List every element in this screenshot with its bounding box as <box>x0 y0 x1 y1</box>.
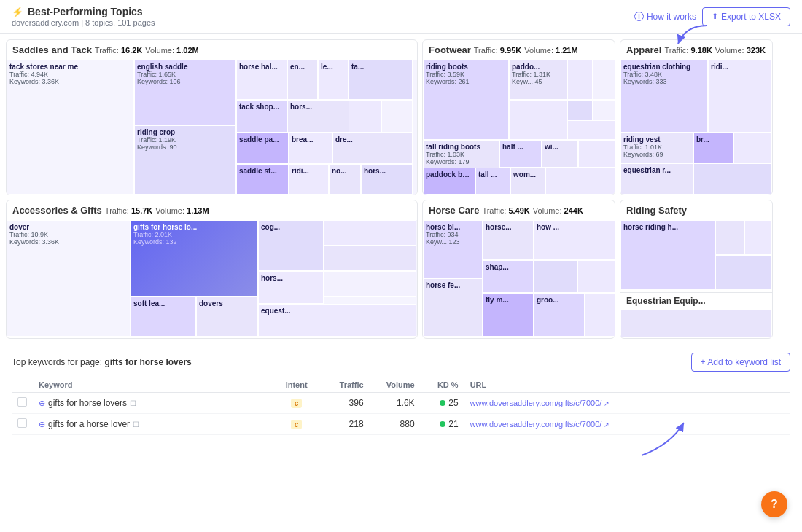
tm-cell-fly-m[interactable]: fly m... <box>483 293 534 337</box>
tm-cell-how[interactable]: how ... <box>534 220 615 260</box>
tm-cell-small2[interactable] <box>381 100 413 133</box>
tm-cell-acc-s1[interactable] <box>324 220 416 246</box>
tm-cell-acc-s2[interactable] <box>324 246 416 271</box>
tm-cell-paddock-boots[interactable]: paddock boots... <box>423 168 475 195</box>
tm-cell-fw-s3[interactable] <box>509 100 567 140</box>
intent-badge-row1: c <box>291 399 303 408</box>
tm-cell-riding-crop[interactable]: riding crop Traffic: 1.19K Keywords: 90 <box>134 125 236 195</box>
row2-url: www.doversaddlery.com/gifts/c/7000/ ↗ <box>464 414 790 435</box>
checkbox-row2[interactable] <box>17 418 27 428</box>
horsecare-name: Horse Care <box>429 205 479 216</box>
tm-cell-english-saddle[interactable]: english saddle Traffic: 1.65K Keywords: … <box>134 60 236 125</box>
tm-cell-gifts-horse-lovers[interactable]: gifts for horse lo... Traffic: 2.01K Key… <box>131 220 258 297</box>
tm-cell-shap[interactable]: shap... <box>483 260 534 293</box>
topic-card-accessories: Accessories & Gifts Traffic: 15.7K Volum… <box>6 200 418 339</box>
tm-cell-cog[interactable]: cog... <box>258 220 324 271</box>
bottom-panel-title: Top keywords for page: gifts for horse l… <box>12 357 192 367</box>
tm-cell-tack-stores[interactable]: tack stores near me Traffic: 4.94K Keywo… <box>7 60 134 195</box>
tm-cell-hors-acc2[interactable]: equest... <box>258 304 416 337</box>
tm-cell-brea[interactable]: brea... <box>289 133 332 164</box>
tm-cell-hors-acc[interactable]: hors... <box>258 271 324 304</box>
tm-cell-rs-s2[interactable] <box>744 220 772 255</box>
checkbox-row1[interactable] <box>17 397 27 407</box>
row1-keyword: ⊕ gifts for horse lovers ☐ <box>33 393 275 414</box>
tm-cell-br[interactable]: br... <box>693 133 733 163</box>
tm-cell-ap-s2[interactable] <box>693 163 772 195</box>
bottom-title-text: Top keywords for page: <box>12 357 102 367</box>
saddles-name: Saddles and Tack <box>12 44 92 55</box>
tm-cell-fw-s4[interactable] <box>567 100 593 120</box>
tm-cell-fw-s2[interactable] <box>593 60 615 100</box>
tm-cell-hors2[interactable]: hors... <box>361 164 413 195</box>
tm-cell-tack-shop[interactable]: tack shop... <box>236 100 287 133</box>
saddles-header: Saddles and Tack Traffic: 16.2K Volume: … <box>7 40 417 60</box>
tm-cell-hc-s1[interactable] <box>534 260 577 293</box>
tm-cell-horse-hal[interactable]: horse hal... <box>236 60 287 100</box>
tm-cell-equestrian-r2[interactable]: equestrian r... <box>620 163 693 195</box>
apparel-treemap: equestrian clothing Traffic: 3.48K Keywo… <box>620 60 772 195</box>
tm-cell-ridi-apparel[interactable]: ridi... <box>708 60 772 133</box>
tm-cell-ridi[interactable]: ridi... <box>289 164 329 195</box>
tm-cell-horse-top[interactable]: horse... <box>483 220 534 260</box>
tm-cell-dre[interactable]: dre... <box>332 133 413 164</box>
tm-cell-acc-s3[interactable] <box>324 271 416 297</box>
external-link-icon-row1: ↗ <box>604 400 610 407</box>
col-header-keyword: Keyword <box>33 378 275 393</box>
tm-cell-equestrian-clothing[interactable]: equestrian clothing Traffic: 3.48K Keywo… <box>620 60 708 133</box>
equestrian-equip-section: Equestrian Equip... <box>620 292 772 309</box>
plus-icon-row1: ⊕ <box>39 399 45 408</box>
tm-cell-horse-fe[interactable]: horse fe... <box>423 278 483 337</box>
tm-cell-hc-s2[interactable] <box>577 260 615 293</box>
info-icon: i <box>634 12 644 21</box>
tm-cell-no[interactable]: no... <box>329 164 361 195</box>
horsecare-treemap: horse bl... Traffic: 934 Keyw... 123 hor… <box>423 220 615 337</box>
tm-cell-small1[interactable] <box>349 100 381 133</box>
tm-cell-dover[interactable]: dover Traffic: 10.9K Keywords: 3.36K <box>7 220 131 337</box>
topic-card-footwear: Footwear Traffic: 9.95K Volume: 1.21M ri… <box>422 39 615 195</box>
tm-cell-tall[interactable]: tall ... <box>475 168 510 195</box>
tm-cell-paddock-top[interactable]: paddo... Traffic: 1.31K Keyw... 45 <box>509 60 567 100</box>
tm-cell-le[interactable]: le... <box>318 60 349 100</box>
tm-cell-riding-boots[interactable]: riding boots Traffic: 3.59K Keywords: 26… <box>423 60 509 140</box>
tm-cell-ap-s1[interactable] <box>733 133 772 163</box>
tm-cell-fw-s1[interactable] <box>567 60 593 100</box>
tm-cell-rs-s3[interactable] <box>715 255 772 289</box>
row2-intent: c <box>275 414 319 435</box>
row1-check[interactable] <box>12 393 33 414</box>
row2-traffic: 218 <box>319 414 370 435</box>
tm-cell-saddle-st[interactable]: saddle st... <box>236 164 289 195</box>
tm-cell-en[interactable]: en... <box>287 60 318 100</box>
tm-cell-horse-bl[interactable]: horse bl... Traffic: 934 Keyw... 123 <box>423 220 483 278</box>
tm-cell-ee-s1[interactable] <box>620 309 772 338</box>
tm-cell-ta[interactable]: ta... <box>349 60 413 100</box>
tm-cell-fw-s6[interactable] <box>567 120 615 140</box>
tm-cell-fw-s7[interactable] <box>578 140 615 168</box>
row2-keyword: ⊕ gifts for a horse lover ☐ <box>33 414 275 435</box>
accessories-header: Accessories & Gifts Traffic: 15.7K Volum… <box>7 200 417 220</box>
tm-cell-fw-s5[interactable] <box>593 100 615 120</box>
tm-cell-horse-riding-h[interactable]: horse riding h... <box>620 220 715 289</box>
export-button[interactable]: ⬆ Export to XLSX <box>702 7 790 26</box>
riding-safety-treemap: horse riding h... <box>620 220 772 289</box>
tm-cell-saddle-pa[interactable]: saddle pa... <box>236 133 289 164</box>
tm-cell-rs-s1[interactable] <box>715 220 744 255</box>
tm-cell-hc-s3[interactable] <box>585 293 615 337</box>
tm-cell-soft-lea[interactable]: soft lea... <box>131 297 196 337</box>
tm-cell-wom[interactable]: wom... <box>510 168 545 195</box>
tm-cell-half[interactable]: half ... <box>499 140 542 168</box>
topics-grid: Saddles and Tack Traffic: 16.2K Volume: … <box>0 34 802 345</box>
header-left: ⚡ Best-Performing Topics doversaddlery.c… <box>12 6 155 27</box>
url-link-row1[interactable]: www.doversaddlery.com/gifts/c/7000/ ↗ <box>470 399 610 407</box>
tm-cell-dovers[interactable]: dovers <box>196 297 258 337</box>
url-link-row2[interactable]: www.doversaddlery.com/gifts/c/7000/ ↗ <box>470 420 610 429</box>
tm-cell-fw-s8[interactable] <box>545 168 615 195</box>
help-button[interactable]: ? <box>761 491 787 517</box>
add-to-keyword-list-button[interactable]: + Add to keyword list <box>691 353 790 372</box>
how-it-works-link[interactable]: i How it works <box>634 12 696 22</box>
tm-cell-wi[interactable]: wi... <box>542 140 578 168</box>
equestrian-equip-name: Equestrian Equip... <box>626 296 706 306</box>
page-icon-row1: ☐ <box>130 399 136 407</box>
tm-cell-groo[interactable]: groo... <box>534 293 585 337</box>
tm-cell-hors1[interactable]: hors... <box>287 100 349 133</box>
row2-check[interactable] <box>12 414 33 435</box>
